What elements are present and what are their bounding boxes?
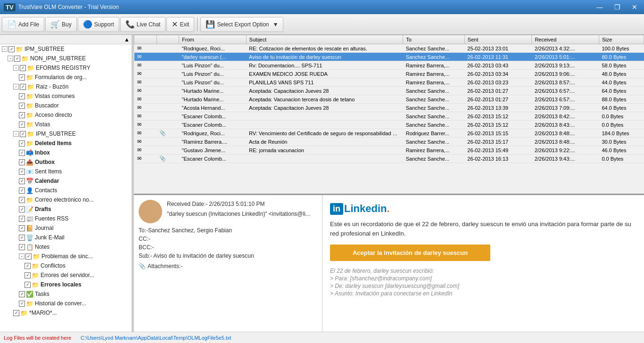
checkbox[interactable] (19, 169, 25, 175)
tree-item-drafts[interactable]: 📝 Drafts (0, 204, 132, 214)
tree-item-journal[interactable]: 📔 Journal (0, 223, 132, 233)
checkbox[interactable] (25, 272, 31, 278)
expand-icon[interactable]: - (2, 46, 8, 52)
email-row[interactable]: ✉"Escaner Colomb...Sanchez Sanche...26-0… (134, 112, 644, 121)
email-row[interactable]: ✉"Rodriguez, Roci...RE: Cotizacion de el… (134, 44, 644, 53)
expand-icon[interactable]: - (13, 84, 19, 90)
tree-item-calendar[interactable]: 📅 Calendar (0, 176, 132, 186)
expand-icon[interactable]: - (8, 56, 13, 61)
tree-item-conflictos[interactable]: 📁 Conflictos (0, 261, 132, 270)
checkbox[interactable] (19, 103, 25, 109)
checkbox[interactable] (25, 282, 31, 288)
tree-item-fuentes-rss[interactable]: 📰 Fuentes RSS (0, 214, 132, 223)
tree-item-sent-items[interactable]: 📧 Sent Items (0, 167, 132, 176)
email-row[interactable]: ✉"Acosta Hernand...Aceptada: Capacitacio… (134, 104, 644, 112)
tree-item[interactable]: 📁 Vistas comunes (0, 91, 132, 101)
email-row[interactable]: ✉"Hurtado Marine...Aceptada: Capacitacio… (134, 87, 644, 95)
tree-item-notes[interactable]: 📋 Notes (0, 242, 132, 252)
live-chat-button[interactable]: 📞 Live Chat (120, 17, 166, 32)
checkbox[interactable] (19, 74, 25, 81)
tree-item-junk-email[interactable]: 🗑️ Junk E-Mail (0, 233, 132, 242)
checkbox[interactable] (20, 84, 26, 90)
checkbox[interactable] (25, 253, 32, 260)
col-header-subject[interactable]: Subject (246, 35, 403, 44)
email-row[interactable]: ✉"Escaner Colomb...Sanchez Sanche...26-0… (134, 121, 644, 129)
checkbox[interactable] (20, 131, 26, 137)
col-header-attachment[interactable] (157, 35, 179, 44)
email-row[interactable]: ✉"darley suescun (...Aviso de tu invitac… (134, 53, 644, 61)
checkbox[interactable] (19, 206, 25, 212)
tree-item-errores-servidor[interactable]: 📁 Errores del servidor... (0, 270, 132, 280)
tree-item-outbox[interactable]: 📤 Outbox (0, 157, 132, 167)
col-header-received[interactable]: Received (532, 35, 599, 44)
tree-item[interactable]: - 📁 EFORMS REGISTRY (0, 63, 132, 73)
tree-item-deleted-items[interactable]: 📁 Deleted Items (0, 139, 132, 148)
checkbox[interactable] (19, 150, 25, 156)
support-button[interactable]: 🔵 Support (78, 17, 119, 32)
email-row[interactable]: ✉📎"Rodriguez, Roci...RV: Vencimiento del… (134, 129, 644, 138)
email-row[interactable]: ✉"Luis Pinzon" du...EXAMEN MEDICO JOSE R… (134, 70, 644, 78)
buy-button[interactable]: 🛒 Buy (45, 17, 77, 32)
checkbox[interactable] (20, 65, 26, 71)
tree-item[interactable]: - 📁 NON_IPM_SUBTREE (0, 54, 132, 63)
checkbox[interactable] (14, 56, 20, 62)
checkbox[interactable] (19, 112, 25, 118)
col-header-sent[interactable]: Sent (464, 35, 532, 44)
scroll-up-arrow[interactable]: ▲ (124, 36, 130, 43)
col-header-to[interactable]: To (403, 35, 465, 44)
tree-item[interactable]: 📁 Vistas (0, 120, 132, 129)
checkbox[interactable] (19, 235, 25, 241)
checkbox[interactable] (19, 216, 25, 222)
tree-item-tasks[interactable]: ✅ Tasks (0, 289, 132, 299)
tree-item[interactable]: 📁 Buscador (0, 101, 132, 110)
checkbox[interactable] (8, 46, 15, 52)
checkbox[interactable] (19, 140, 25, 147)
checkbox[interactable] (19, 225, 25, 231)
checkbox[interactable] (19, 188, 25, 194)
tree-item[interactable]: - 📁 IPM_SUBTREE (0, 44, 132, 54)
log-path-link[interactable]: C:\Users\Lyod Marknam\AppData\Local\Temp… (81, 335, 231, 341)
email-row[interactable]: ✉"Luis Pinzon" du...Rv: Documentacion...… (134, 61, 644, 70)
tree-item[interactable]: 📁 Formularios de org... (0, 73, 132, 82)
col-header-from[interactable]: From (179, 35, 247, 44)
checkbox[interactable] (19, 197, 25, 203)
expand-icon[interactable]: - (19, 253, 25, 259)
checkbox[interactable] (19, 93, 25, 99)
checkbox[interactable] (19, 159, 25, 165)
email-row[interactable]: ✉"Ramirez Barrera....Acta de ReuniónSanc… (134, 138, 644, 146)
checkbox[interactable] (13, 310, 19, 316)
col-header-size[interactable]: Size (599, 35, 644, 44)
checkbox[interactable] (19, 291, 25, 297)
tree-item-mario[interactable]: 📁 *MARIO*... (0, 308, 132, 318)
tree-item[interactable]: - 📁 Raíz - Buzón (0, 82, 132, 91)
checkbox[interactable] (25, 263, 31, 269)
add-file-button[interactable]: 📄 Add File (2, 17, 44, 32)
tree-item-historial[interactable]: 📁 Historial de conver... (0, 299, 132, 308)
tree-item-problemas-sinc[interactable]: - 📁 Problemas de sinc... (0, 252, 132, 261)
select-export-button[interactable]: 💾 Select Export Option ▼ (200, 17, 283, 32)
expand-icon[interactable]: - (13, 131, 19, 137)
expand-icon[interactable]: - (13, 65, 19, 71)
email-row[interactable]: ✉📎"Escaner Colomb...Sanchez Sanche...26-… (134, 155, 644, 163)
email-row[interactable]: ✉"Hurtado Marine...Aceptada: Vacunacion … (134, 95, 644, 104)
linkedin-accept-button[interactable]: Aceptar la invitación de darley suescun (330, 245, 490, 261)
checkbox[interactable] (19, 244, 25, 250)
minimize-button[interactable]: — (594, 2, 606, 12)
tree-item-errores-locales[interactable]: 📁 Errores locales (0, 280, 132, 289)
email-row[interactable]: ✉"Gustavo Jimene...RE: jornada vacunacio… (134, 146, 644, 155)
tree-item[interactable]: 📁 Acceso directo (0, 110, 132, 120)
preview-right[interactable]: in Linked in . Este es un recordatorio d… (322, 195, 644, 332)
tree-item[interactable]: - 📁 IPM_SUBTREE (0, 129, 132, 139)
tree-item-correo[interactable]: 📁 Correo electrónico no... (0, 195, 132, 204)
tree-item-contacts[interactable]: 👤 Contacts (0, 186, 132, 195)
checkbox[interactable] (19, 178, 25, 184)
email-row[interactable]: ✉"Luis Pinzon" du...PLANILLAS VANS SPS 7… (134, 78, 644, 87)
maximize-button[interactable]: ❐ (611, 2, 623, 12)
col-header-icons[interactable] (134, 35, 157, 44)
checkbox[interactable] (19, 122, 25, 128)
exit-button[interactable]: ✕ Exit (166, 17, 194, 32)
close-button[interactable]: ✕ (629, 2, 640, 12)
email-list-scroll[interactable]: From Subject To Sent Received Size ✉"Rod… (134, 35, 644, 194)
tree-item-inbox[interactable]: 📫 Inbox (0, 148, 132, 157)
checkbox[interactable] (19, 301, 25, 307)
